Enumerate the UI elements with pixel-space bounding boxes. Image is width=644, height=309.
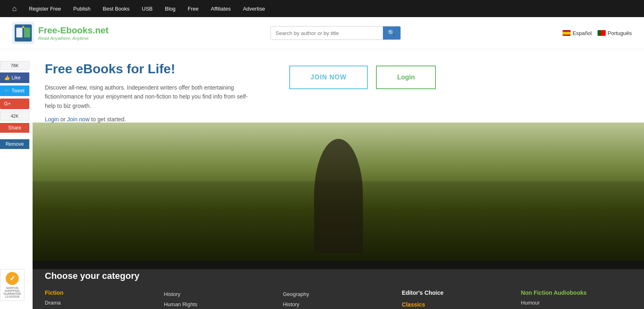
hero-cta: Login or Join now to get started. bbox=[45, 116, 248, 123]
hero-section: Free eBooks for Life! Discover all-new, … bbox=[33, 49, 644, 123]
nav-usb[interactable]: USB bbox=[142, 6, 153, 12]
nav-advertise[interactable]: Advertise bbox=[243, 6, 265, 12]
hero-background bbox=[33, 123, 644, 269]
flag-pt bbox=[598, 30, 606, 36]
like-count: 78K bbox=[0, 61, 29, 70]
hero-title: Free eBooks for Life! bbox=[45, 61, 248, 77]
category-item[interactable]: Geography bbox=[283, 289, 393, 300]
search-input[interactable] bbox=[271, 26, 383, 39]
hero-text: Free eBooks for Life! Discover all-new, … bbox=[45, 61, 248, 123]
category-column-4: Non Fiction AudiobooksHumourMemoriesNon … bbox=[521, 289, 632, 309]
search-box: 🔍 bbox=[270, 26, 401, 40]
category-grid: FictionDramaEroticaFictionFlash FictionH… bbox=[45, 289, 632, 309]
norton-badge: ✓ NORTONSHOPPINGGUARANTEE 11/10/2018 bbox=[0, 269, 24, 301]
sidebar: 78K 👍 Like 🐦 Tweet G+ 42K Share Remove bbox=[0, 61, 29, 149]
category-header: Fiction bbox=[45, 289, 156, 296]
search-button[interactable]: 🔍 bbox=[383, 26, 400, 39]
home-icon[interactable]: ⌂ bbox=[12, 4, 17, 13]
svg-rect-3 bbox=[24, 28, 30, 37]
category-column-0: FictionDramaEroticaFictionFlash FictionH… bbox=[45, 289, 156, 309]
logo-name: Free-Ebooks.net bbox=[38, 25, 108, 36]
svg-rect-2 bbox=[16, 28, 22, 37]
site-header: Free-Ebooks.net Read Anywhere, Anytime. … bbox=[0, 17, 644, 49]
search-area: 🔍 bbox=[116, 26, 554, 40]
gplus-button[interactable]: G+ bbox=[0, 99, 29, 109]
category-title: Choose your category bbox=[45, 271, 632, 281]
category-header: Classics bbox=[402, 301, 513, 308]
category-item[interactable]: Drama bbox=[45, 298, 156, 308]
nav-best-books[interactable]: Best Books bbox=[103, 6, 130, 12]
logo-text: Free-Ebooks.net Read Anywhere, Anytime. bbox=[38, 25, 108, 41]
hero-buttons: JOIN NOW Login bbox=[289, 61, 436, 89]
share-count: 42K bbox=[0, 112, 29, 121]
remove-button[interactable]: Remove bbox=[0, 139, 29, 149]
category-header: Editor's Choice bbox=[402, 289, 513, 296]
logo-icon bbox=[12, 22, 34, 44]
hero-login-link[interactable]: Login bbox=[45, 116, 59, 123]
join-now-button[interactable]: JOIN NOW bbox=[289, 66, 368, 89]
category-item[interactable]: Humour bbox=[521, 298, 632, 308]
flag-es bbox=[563, 30, 571, 36]
category-header: Non Fiction Audiobooks bbox=[521, 289, 632, 296]
hero-description: Discover all-new, rising authors. Indepe… bbox=[45, 83, 248, 110]
logo-tagline: Read Anywhere, Anytime. bbox=[38, 36, 108, 41]
main-content: Free eBooks for Life! Discover all-new, … bbox=[33, 49, 644, 309]
logo-area: Free-Ebooks.net Read Anywhere, Anytime. bbox=[12, 22, 108, 44]
lang-portugues[interactable]: Português bbox=[598, 30, 632, 36]
nav-register-free[interactable]: Register Free bbox=[29, 6, 61, 12]
category-section: Choose your category FictionDramaErotica… bbox=[33, 261, 644, 309]
norton-check-icon: ✓ bbox=[6, 272, 19, 285]
nav-blog[interactable]: Blog bbox=[165, 6, 176, 12]
category-item[interactable]: Human Rights bbox=[164, 300, 275, 309]
category-item[interactable]: History bbox=[164, 289, 275, 300]
nav-publish[interactable]: Publish bbox=[73, 6, 91, 12]
top-nav: ⌂ Register Free Publish Best Books USB B… bbox=[0, 0, 644, 17]
lang-espanol[interactable]: Español bbox=[563, 30, 592, 36]
tweet-button[interactable]: 🐦 Tweet bbox=[0, 85, 29, 96]
category-column-3: Editor's ChoiceClassicsChildren's Classi… bbox=[402, 289, 513, 309]
like-button[interactable]: 👍 Like bbox=[0, 72, 29, 83]
hero-join-link[interactable]: Join now bbox=[67, 116, 90, 123]
category-item[interactable]: History bbox=[283, 300, 393, 309]
nav-affiliates[interactable]: Affiliates bbox=[211, 6, 231, 12]
category-column-2: GeographyHistoryHumanities and ArtsLGBT … bbox=[283, 289, 393, 309]
nav-free[interactable]: Free bbox=[188, 6, 199, 12]
share-button[interactable]: Share bbox=[0, 123, 29, 133]
category-column-1: HistoryHuman RightsInternationalMarketin… bbox=[164, 289, 275, 309]
lang-area: Español Português bbox=[563, 30, 632, 36]
login-button[interactable]: Login bbox=[376, 66, 436, 89]
